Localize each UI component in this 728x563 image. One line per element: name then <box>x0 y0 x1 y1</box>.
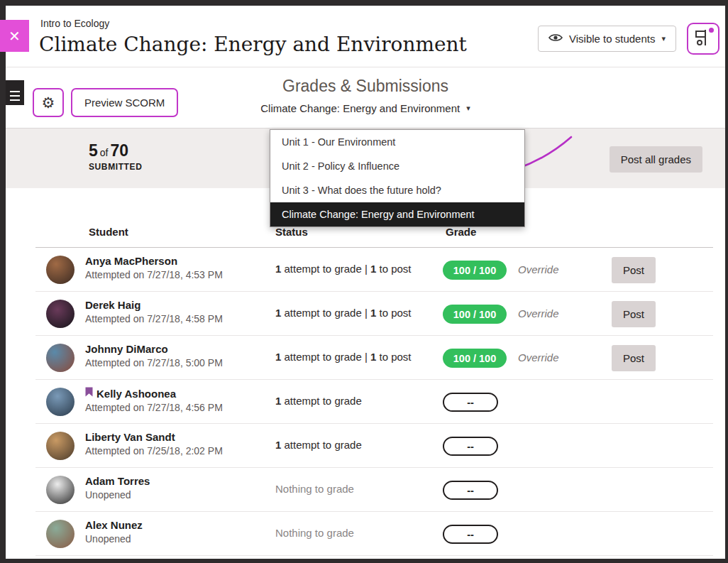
notification-dot <box>709 28 714 33</box>
visibility-button[interactable]: Visible to students ▾ <box>538 26 676 52</box>
avatar <box>46 300 75 328</box>
post-button[interactable]: Post <box>612 301 656 327</box>
dropdown-item-selected[interactable]: Climate Change: Energy and Environment <box>270 202 524 226</box>
page-title: Climate Change: Energy and Environment <box>39 33 467 56</box>
student-name: Liberty Van Sandt <box>85 431 175 443</box>
course-name: Intro to Ecology <box>40 18 109 29</box>
status-text: 1 attempt to grade <box>275 395 362 407</box>
dropdown-item-unit1[interactable]: Unit 1 - Our Environment <box>270 130 524 154</box>
close-button[interactable]: ✕ <box>0 20 29 52</box>
grade-pill[interactable]: 100 / 100 <box>443 305 507 324</box>
header: Intro to Ecology Climate Change: Energy … <box>6 6 725 67</box>
flag-icon <box>85 387 93 400</box>
screen: ✕ Intro to Ecology Climate Change: Energ… <box>0 0 728 563</box>
eye-icon <box>548 33 563 45</box>
table-row: Alex Nunez Unopened Nothing to grade -- <box>35 512 713 556</box>
status-text: 1 attempt to grade | 1 to post <box>275 263 412 275</box>
grades-table: Student Status Grade Anya MacPherson Att… <box>35 188 713 556</box>
student-name: Kelly Ashoonea <box>96 388 176 400</box>
student-detail: Unopened <box>85 533 143 545</box>
avatar <box>46 388 75 416</box>
visibility-label: Visible to students <box>569 33 655 45</box>
student-name: Johnny DiMarco <box>85 343 168 355</box>
notifications-button[interactable] <box>687 23 719 55</box>
student-detail: Attempted on 7/27/18, 4:56 PM <box>85 402 223 413</box>
panel: Intro to Ecology Climate Change: Energy … <box>6 6 725 559</box>
content-dropdown-menu: Unit 1 - Our Environment Unit 2 - Policy… <box>270 129 525 227</box>
dropdown-item-unit2[interactable]: Unit 2 - Policy & Influence <box>270 154 524 178</box>
student-detail: Attempted on 7/27/18, 4:58 PM <box>85 313 223 324</box>
student-name: Anya MacPherson <box>85 255 177 267</box>
override-link[interactable]: Override <box>518 351 559 364</box>
table-row: Adam Torres Unopened Nothing to grade -- <box>35 468 713 512</box>
signpost-icon <box>695 38 712 49</box>
dropdown-item-unit3[interactable]: Unit 3 - What does the future hold? <box>270 178 524 202</box>
status-text: Nothing to grade <box>275 527 354 539</box>
student-name: Adam Torres <box>85 475 150 487</box>
column-header-student: Student <box>89 226 128 238</box>
avatar <box>46 476 75 504</box>
avatar <box>46 344 75 372</box>
status-text: 1 attempt to grade | 1 to post <box>275 307 412 319</box>
selector-value: Climate Change: Energy and Environment <box>260 102 460 114</box>
table-row: Kelly Ashoonea Attempted on 7/27/18, 4:5… <box>35 380 713 424</box>
close-icon: ✕ <box>9 28 21 45</box>
column-header-status: Status <box>275 226 308 238</box>
hamburger-menu-button[interactable] <box>6 80 24 105</box>
chevron-down-icon: ▾ <box>661 34 666 43</box>
status-text: 1 attempt to grade | 1 to post <box>275 351 412 363</box>
override-link[interactable]: Override <box>518 307 559 319</box>
toolbar: ⚙ Preview SCORM Grades & Submissions Cli… <box>6 67 725 129</box>
avatar <box>46 256 75 284</box>
avatar <box>46 520 75 548</box>
student-detail: Attempted on 7/27/18, 5:00 PM <box>85 357 223 368</box>
student-name: Alex Nunez <box>85 519 143 531</box>
student-detail: Unopened <box>85 489 150 501</box>
post-button[interactable]: Post <box>612 257 656 283</box>
post-all-grades-button[interactable]: Post all grades <box>610 146 702 173</box>
grade-pill[interactable]: -- <box>443 393 498 412</box>
column-header-grade: Grade <box>446 226 476 238</box>
content-selector[interactable]: Climate Change: Energy and Environment ▾ <box>260 102 470 114</box>
table-row: Johnny DiMarco Attempted on 7/27/18, 5:0… <box>35 336 713 380</box>
grade-pill[interactable]: 100 / 100 <box>443 261 507 280</box>
chevron-down-icon: ▾ <box>466 104 470 113</box>
table-row: Anya MacPherson Attempted on 7/27/18, 4:… <box>35 248 713 292</box>
status-text: Nothing to grade <box>275 483 354 495</box>
table-row: Liberty Van Sandt Attempted on 7/25/18, … <box>35 424 713 468</box>
grade-pill[interactable]: 100 / 100 <box>443 349 507 368</box>
status-text: 1 attempt to grade <box>275 439 362 451</box>
table-row: Derek Haig Attempted on 7/27/18, 4:58 PM… <box>35 292 713 336</box>
grade-pill[interactable]: -- <box>443 481 498 500</box>
hamburger-icon <box>6 91 24 102</box>
student-detail: Attempted on 7/25/18, 2:02 PM <box>85 445 223 457</box>
submitted-label: SUBMITTED <box>89 162 142 172</box>
student-name: Derek Haig <box>85 299 140 311</box>
grade-pill[interactable]: -- <box>443 525 498 544</box>
panel-title: Grades & Submissions <box>6 77 725 96</box>
submitted-count: 5of70 SUBMITTED <box>89 141 142 172</box>
grade-pill[interactable]: -- <box>443 437 498 456</box>
student-detail: Attempted on 7/27/18, 4:53 PM <box>85 269 223 280</box>
post-button[interactable]: Post <box>612 345 656 371</box>
avatar <box>46 432 75 460</box>
override-link[interactable]: Override <box>518 263 559 275</box>
